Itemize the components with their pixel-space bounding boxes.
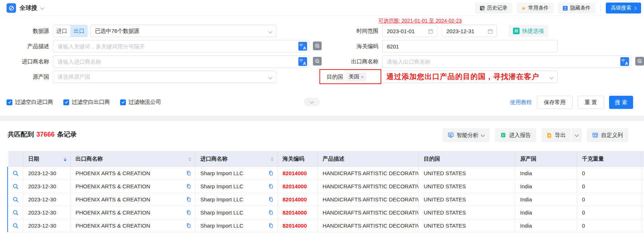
row-detail-cell bbox=[8, 206, 23, 219]
copy-icon[interactable] bbox=[186, 223, 191, 228]
exact-match-icon[interactable] bbox=[313, 57, 322, 66]
end-date-value: 2023-12-31 bbox=[446, 28, 474, 34]
sort-icons[interactable] bbox=[64, 157, 67, 161]
cell-hs-code[interactable]: 82014000 bbox=[277, 180, 317, 193]
exporter-input[interactable] bbox=[382, 59, 631, 65]
export-button[interactable]: 导出 bbox=[541, 128, 571, 142]
copy-icon[interactable] bbox=[268, 197, 274, 202]
cell-importer: Sharp Import LLC bbox=[195, 219, 277, 232]
quick-options-label: 快捷选项 bbox=[522, 28, 544, 35]
cell-hs-code[interactable]: 82014000 bbox=[277, 219, 317, 232]
row-search-icon[interactable] bbox=[12, 183, 19, 190]
header-importer[interactable]: 进口商名称 bbox=[195, 152, 277, 167]
history-button[interactable]: 历史记录 bbox=[475, 3, 512, 13]
copy-icon[interactable] bbox=[268, 223, 274, 228]
filter-blank-exporter-checkbox[interactable]: 过滤空白出口商 bbox=[63, 99, 110, 106]
start-date-input[interactable]: 2023-01-01 bbox=[382, 25, 437, 37]
destination-tag[interactable]: 美国 × bbox=[346, 72, 366, 81]
import-tab[interactable]: 进口 bbox=[53, 25, 70, 37]
sort-icons[interactable] bbox=[271, 157, 274, 161]
product-desc-input[interactable] bbox=[53, 43, 309, 50]
copy-icon[interactable] bbox=[268, 184, 274, 189]
cell-origin: India bbox=[515, 206, 577, 219]
cell-date: 2023-12-30 bbox=[23, 219, 70, 232]
favorite-conditions-button[interactable]: ★ 常用条件 bbox=[517, 3, 553, 13]
save-common-button[interactable]: 保存常用 bbox=[537, 96, 573, 109]
translate-icon[interactable]: 中A bbox=[620, 57, 629, 66]
advanced-search-label: 高级搜索 bbox=[611, 5, 631, 11]
smart-analysis-button[interactable]: BI 智能分析 bbox=[442, 128, 490, 142]
header-weight: 千克重量 bbox=[577, 152, 641, 167]
copy-icon[interactable] bbox=[268, 210, 274, 215]
search-button[interactable]: 搜 索 bbox=[609, 96, 633, 109]
results-actions: BI 智能分析 进入报告 导出 bbox=[442, 128, 628, 142]
row-search-icon[interactable] bbox=[12, 223, 19, 229]
end-date-input[interactable]: 2023-12-31 bbox=[442, 25, 497, 37]
row-search-icon[interactable] bbox=[12, 170, 19, 177]
filter-blank-importer-checkbox[interactable]: 过滤空白进口商 bbox=[7, 99, 53, 106]
sort-icons[interactable] bbox=[188, 157, 191, 161]
copy-icon[interactable] bbox=[268, 170, 274, 176]
header-date[interactable]: 日期 bbox=[23, 152, 70, 167]
cell-date: 2023-12-30 bbox=[23, 180, 70, 193]
checkbox-label: 过滤空白进口商 bbox=[15, 99, 53, 106]
importer-input[interactable] bbox=[53, 59, 309, 65]
calendar-icon bbox=[488, 28, 493, 34]
origin-placeholder: 请选择原产国 bbox=[53, 74, 90, 80]
importer-name: Sharp Import LLC bbox=[200, 223, 243, 229]
enter-report-button[interactable]: 进入报告 bbox=[495, 128, 536, 142]
svg-text:BI: BI bbox=[449, 134, 452, 136]
reset-button[interactable]: 重 置 bbox=[578, 96, 604, 109]
cell-weight: 0 bbox=[577, 167, 641, 180]
copy-icon[interactable] bbox=[186, 184, 191, 189]
time-range-label: 时间范围 bbox=[331, 25, 378, 37]
cell-origin: India bbox=[515, 167, 577, 180]
tutorial-link[interactable]: 使用教程 bbox=[510, 99, 532, 106]
product-desc-label: 产品描述 bbox=[2, 40, 49, 52]
header-exporter[interactable]: 出口商名称 bbox=[70, 152, 195, 167]
cell-exporter: PHOENIX ARTS & CREATION bbox=[70, 167, 195, 180]
tag-close-icon[interactable]: × bbox=[361, 74, 364, 80]
importer-label: 进口商名称 bbox=[2, 55, 49, 68]
advanced-search-button[interactable]: 高级搜索 bbox=[606, 3, 641, 13]
cell-product: HANDICRAFTS ARTISTIC DECORATIV bbox=[317, 180, 418, 193]
translate-icon[interactable]: 中A bbox=[298, 57, 307, 66]
exact-match-icon[interactable] bbox=[313, 42, 322, 50]
quick-options-button[interactable]: ⌘ 快捷选项 bbox=[509, 25, 548, 37]
cell-date: 2023-12-30 bbox=[23, 193, 70, 206]
export-dropdown-button[interactable] bbox=[571, 128, 582, 142]
title-chevron-down-icon[interactable] bbox=[40, 5, 44, 9]
custom-columns-icon bbox=[592, 132, 598, 138]
custom-columns-button[interactable]: 自定义列 bbox=[587, 128, 628, 142]
data-source-select[interactable]: 已选中76个数据源 bbox=[90, 25, 277, 37]
history-button-label: 历史记录 bbox=[487, 5, 508, 11]
filter-checkbox-row: 过滤空白进口商 过滤空白出口商 过滤物流公司 bbox=[7, 99, 161, 106]
filter-logistics-checkbox[interactable]: 过滤物流公司 bbox=[120, 99, 161, 106]
cell-destination: UNITED STATES bbox=[418, 193, 515, 206]
data-source-value: 已选中76个数据源 bbox=[91, 28, 139, 35]
command-icon: ⌘ bbox=[513, 28, 520, 34]
copy-icon[interactable] bbox=[186, 197, 191, 202]
cell-hs-code[interactable]: 82014000 bbox=[277, 206, 317, 219]
translate-icon[interactable]: 中A bbox=[298, 42, 307, 51]
copy-icon[interactable] bbox=[186, 170, 191, 176]
hide-conditions-button[interactable]: 隐藏条件 bbox=[558, 3, 595, 13]
exporter-name: PHOENIX ARTS & CREATION bbox=[76, 196, 150, 202]
row-search-icon[interactable] bbox=[12, 196, 19, 203]
exact-match-icon[interactable] bbox=[635, 57, 644, 66]
table-left-accent bbox=[7, 167, 8, 232]
topbar: 全球搜 历史记录 ★ 常用条件 隐藏条件 bbox=[0, 0, 644, 16]
header-product: 产品描述 bbox=[317, 152, 418, 167]
destination-tag-label: 美国 bbox=[349, 74, 359, 80]
hs-code-input[interactable] bbox=[382, 43, 557, 50]
origin-country-select[interactable]: 请选择原产国 bbox=[53, 71, 277, 83]
cell-hs-code[interactable]: 82014000 bbox=[277, 193, 317, 206]
row-search-icon[interactable] bbox=[12, 209, 19, 216]
collapse-form-button[interactable] bbox=[304, 98, 319, 106]
cell-destination: UNITED STATES bbox=[418, 167, 515, 180]
cell-origin: India bbox=[515, 193, 577, 206]
copy-icon[interactable] bbox=[186, 210, 191, 215]
custom-columns-label: 自定义列 bbox=[601, 132, 623, 139]
export-tab[interactable]: 出口 bbox=[70, 25, 87, 37]
cell-hs-code[interactable]: 82014000 bbox=[277, 167, 317, 180]
